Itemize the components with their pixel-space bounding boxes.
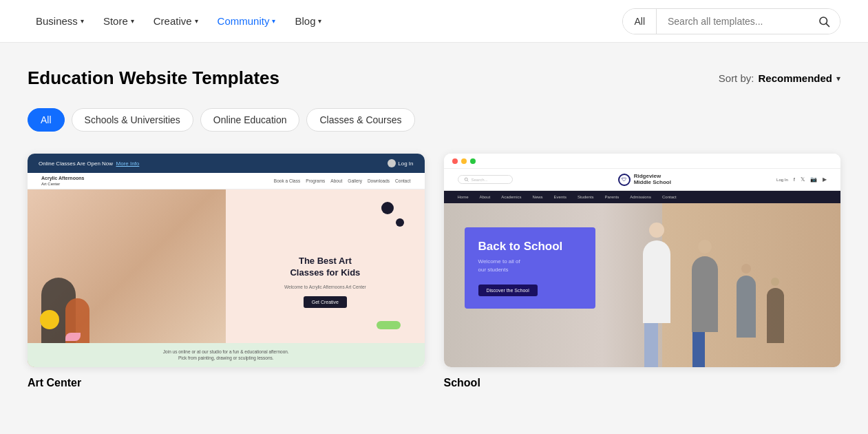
filter-tab-online-education[interactable]: Online Education: [200, 108, 300, 132]
nav-chevron-business: ▾: [81, 17, 84, 25]
nav-item-community[interactable]: Community ▾: [209, 10, 284, 32]
school-logo: 🛡 RidgeviewMiddle School: [618, 174, 671, 186]
svg-point-2: [465, 178, 467, 180]
main-nav: Business ▾ Store ▾ Creative ▾ Community …: [0, 0, 868, 43]
template-card-school: Search... 🛡 RidgeviewMiddle School Log I…: [444, 154, 841, 389]
page-title: Education Website Templates: [28, 68, 279, 89]
nav-item-store[interactable]: Store ▾: [95, 10, 142, 32]
nav-label-store: Store: [103, 15, 128, 27]
nav-item-creative[interactable]: Creative ▾: [145, 10, 207, 32]
nav-item-business[interactable]: Business ▾: [28, 10, 92, 32]
template-grid: Online Classes Are Open Now More Info Lo…: [28, 154, 840, 389]
nav-chevron-blog: ▾: [318, 17, 321, 25]
school-subnav: Home About Academics News Events Student…: [444, 191, 841, 203]
main-content: Education Website Templates Sort by: Rec…: [0, 43, 868, 434]
art-center-nav: Acrylic AfternoonsArt Center Book a Clas…: [28, 173, 425, 189]
sort-by-control[interactable]: Sort by: Recommended ▾: [719, 72, 840, 84]
svg-line-1: [826, 23, 829, 26]
nav-left: Business ▾ Store ▾ Creative ▾ Community …: [28, 10, 330, 32]
art-center-topbar: Online Classes Are Open Now More Info Lo…: [28, 154, 425, 173]
filter-tab-schools[interactable]: Schools & Universities: [72, 108, 193, 132]
search-input[interactable]: [657, 9, 808, 34]
search-icon-button[interactable]: [808, 9, 840, 34]
filter-tab-classes[interactable]: Classes & Courses: [306, 108, 414, 132]
template-card-art-center: Online Classes Are Open Now More Info Lo…: [28, 154, 425, 389]
sort-by-label: Sort by:: [719, 72, 754, 84]
nav-chevron-creative: ▾: [195, 17, 198, 25]
sort-by-value: Recommended: [758, 72, 832, 84]
search-group: All: [622, 8, 840, 34]
page-header: Education Website Templates Sort by: Rec…: [28, 68, 840, 89]
nav-right: All: [622, 8, 840, 34]
nav-label-creative: Creative: [154, 15, 192, 27]
filter-tab-all[interactable]: All: [28, 108, 65, 132]
nav-label-blog: Blog: [295, 15, 315, 27]
school-nav: Search... 🛡 RidgeviewMiddle School Log I…: [444, 169, 841, 191]
filter-tabs: All Schools & Universities Online Educat…: [28, 108, 840, 132]
school-thumbnail[interactable]: Search... 🛡 RidgeviewMiddle School Log I…: [444, 154, 841, 367]
sort-chevron-icon: ▾: [836, 74, 840, 83]
nav-label-business: Business: [36, 15, 78, 27]
search-all-button[interactable]: All: [623, 9, 657, 34]
nav-chevron-store: ▾: [131, 17, 134, 25]
nav-label-community: Community: [218, 15, 270, 27]
school-name: School: [444, 377, 841, 389]
nav-chevron-community: ▾: [272, 17, 275, 25]
art-center-name: Art Center: [28, 377, 425, 389]
school-browser-bar: [444, 154, 841, 169]
nav-item-blog[interactable]: Blog ▾: [286, 10, 330, 32]
art-center-thumbnail[interactable]: Online Classes Are Open Now More Info Lo…: [28, 154, 425, 367]
svg-line-3: [467, 180, 468, 182]
